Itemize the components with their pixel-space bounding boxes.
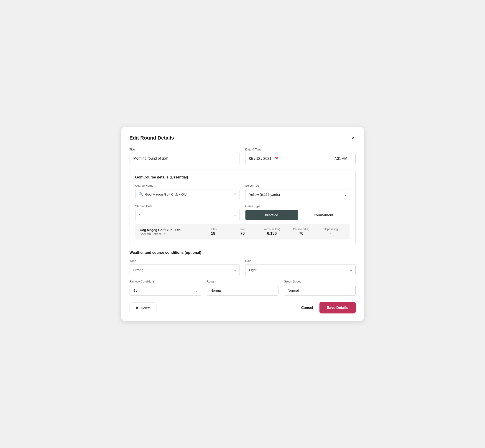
starting-hole-label: Starting Hole: [135, 204, 240, 208]
save-button[interactable]: Save Details: [319, 302, 356, 313]
starting-hole-dropdown[interactable]: 1 2 3 10: [135, 210, 240, 220]
course-name-input-wrap: 🔍 ×: [135, 189, 240, 199]
modal-header: Edit Round Details ×: [129, 135, 356, 141]
rain-label: Rain: [245, 259, 356, 263]
game-type-label: Game Type: [245, 204, 350, 208]
course-stat-yards: Yards(Yellow) 6,156: [257, 228, 287, 236]
delete-label: Delete: [141, 306, 151, 310]
wind-dropdown[interactable]: None Light Moderate Strong: [129, 264, 240, 275]
slope-rating-value: -: [316, 231, 345, 236]
green-speed-label: Green Speed: [284, 280, 356, 283]
select-tee-group: Select Tee Yellow (6,156 yards) White Re…: [245, 184, 350, 200]
footer-right: Cancel Save Details: [299, 302, 356, 313]
slope-rating-label: Slope rating: [316, 228, 345, 231]
wind-rain-row: Wind None Light Moderate Strong ⌄ Rain N…: [129, 259, 356, 275]
course-stat-course-rating: Course rating 70: [287, 228, 316, 236]
practice-button[interactable]: Practice: [245, 210, 298, 220]
rough-label: Rough: [207, 280, 278, 283]
date-input[interactable]: 05 / 12 / 2021 📅: [245, 153, 326, 164]
calendar-icon: 📅: [274, 156, 279, 161]
course-info-row: Gog Magog Golf Club - Old, Shelford Bott…: [135, 224, 350, 240]
wind-wrap: None Light Moderate Strong ⌄: [129, 264, 240, 275]
title-input[interactable]: [129, 153, 240, 164]
course-info-location: Shelford Bottom, UK: [140, 232, 199, 236]
golf-section-title: Golf Course details (Essential): [135, 175, 350, 179]
hole-gametype-row: Starting Hole 1 2 3 10 ⌄ Game Type Pract…: [135, 204, 350, 220]
course-name-input[interactable]: [145, 192, 232, 196]
search-icon: 🔍: [139, 192, 143, 196]
rough-group: Rough Soft Normal Hard ⌄: [207, 280, 278, 296]
fairway-wrap: Soft Normal Hard ⌄: [129, 285, 201, 296]
weather-section: Weather and course conditions (optional)…: [129, 251, 356, 296]
edit-round-modal: Edit Round Details × Title Date & Time 0…: [121, 127, 364, 321]
rain-dropdown[interactable]: None Light Moderate Heavy: [245, 264, 356, 275]
fairway-dropdown[interactable]: Soft Normal Hard: [129, 285, 201, 296]
course-info-main-name: Gog Magog Golf Club - Old,: [140, 228, 199, 232]
title-date-row: Title Date & Time 05 / 12 / 2021 📅 7:31 …: [129, 148, 356, 164]
title-label: Title: [129, 148, 240, 151]
green-speed-dropdown[interactable]: Slow Normal Fast: [284, 285, 356, 296]
par-value: 70: [228, 231, 257, 236]
course-name-group: Course Name 🔍 ×: [135, 184, 240, 200]
fairway-group: Fairway Conditions Soft Normal Hard ⌄: [129, 280, 201, 296]
course-tee-row: Course Name 🔍 × Select Tee Yellow (6,156…: [135, 184, 350, 200]
datetime-label: Date & Time: [245, 148, 356, 151]
datetime-group: Date & Time 05 / 12 / 2021 📅 7:31 AM: [245, 148, 356, 164]
course-name-label: Course Name: [135, 184, 240, 187]
starting-hole-wrap: 1 2 3 10 ⌄: [135, 210, 240, 220]
tournament-button[interactable]: Tournament: [298, 210, 350, 220]
rain-group: Rain None Light Moderate Heavy ⌄: [245, 259, 356, 275]
yards-label: Yards(Yellow): [257, 228, 287, 231]
modal-title: Edit Round Details: [129, 135, 174, 141]
select-tee-wrap: Yellow (6,156 yards) White Red Blue ⌄: [245, 189, 350, 200]
wind-group: Wind None Light Moderate Strong ⌄: [129, 259, 240, 275]
green-speed-group: Green Speed Slow Normal Fast ⌄: [284, 280, 356, 296]
game-type-toggle: Practice Tournament: [245, 210, 350, 220]
course-rating-value: 70: [287, 231, 316, 236]
holes-value: 18: [199, 231, 228, 236]
fairway-rough-green-row: Fairway Conditions Soft Normal Hard ⌄ Ro…: [129, 280, 356, 296]
select-tee-dropdown[interactable]: Yellow (6,156 yards) White Red Blue: [245, 189, 350, 200]
course-info-name: Gog Magog Golf Club - Old, Shelford Bott…: [140, 228, 199, 236]
delete-button[interactable]: 🗑 Delete: [129, 303, 156, 313]
weather-section-title: Weather and course conditions (optional): [129, 251, 356, 255]
wind-label: Wind: [129, 259, 240, 263]
rough-wrap: Soft Normal Hard ⌄: [207, 285, 278, 296]
title-group: Title: [129, 148, 240, 164]
cancel-button[interactable]: Cancel: [299, 303, 315, 312]
course-stat-par: Par 70: [228, 228, 257, 236]
date-value: 05 / 12 / 2021: [249, 157, 271, 161]
time-input[interactable]: 7:31 AM: [326, 153, 356, 164]
rain-wrap: None Light Moderate Heavy ⌄: [245, 264, 356, 275]
golf-course-section: Golf Course details (Essential) Course N…: [129, 170, 356, 244]
course-stat-slope-rating: Slope rating -: [316, 228, 345, 236]
select-tee-label: Select Tee: [245, 184, 350, 187]
course-stat-holes: Holes 18: [199, 228, 228, 236]
green-speed-wrap: Slow Normal Fast ⌄: [284, 285, 356, 296]
trash-icon: 🗑: [135, 306, 139, 310]
time-value: 7:31 AM: [334, 157, 348, 161]
par-label: Par: [228, 228, 257, 231]
holes-label: Holes: [199, 228, 228, 231]
course-rating-label: Course rating: [287, 228, 316, 231]
starting-hole-group: Starting Hole 1 2 3 10 ⌄: [135, 204, 240, 220]
fairway-label: Fairway Conditions: [129, 280, 201, 283]
close-button[interactable]: ×: [351, 135, 356, 141]
footer-row: 🗑 Delete Cancel Save Details: [129, 302, 356, 313]
rough-dropdown[interactable]: Soft Normal Hard: [207, 285, 278, 296]
game-type-group: Game Type Practice Tournament: [245, 204, 350, 220]
course-name-clear-button[interactable]: ×: [234, 192, 236, 196]
yards-value: 6,156: [257, 231, 287, 236]
datetime-row: 05 / 12 / 2021 📅 7:31 AM: [245, 153, 356, 164]
